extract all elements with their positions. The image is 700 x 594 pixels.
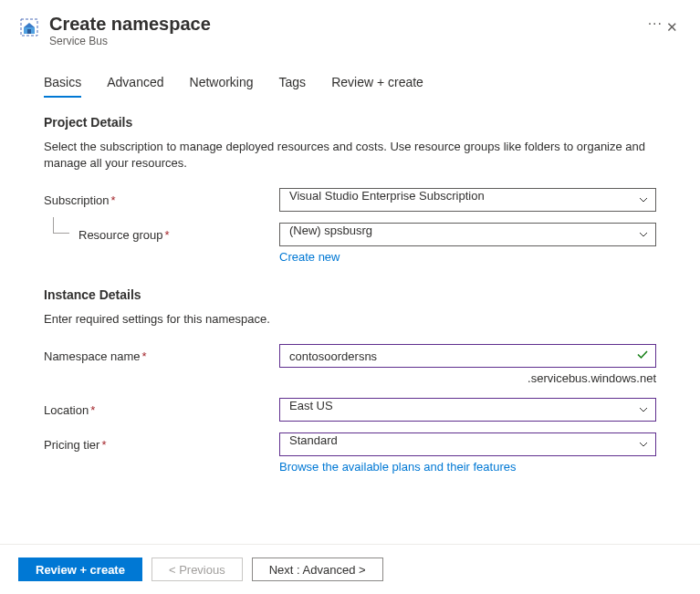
- namespace-suffix: .servicebus.windows.net: [279, 371, 656, 385]
- required-indicator: *: [165, 228, 170, 242]
- tab-tags[interactable]: Tags: [279, 75, 307, 97]
- resource-group-label: Resource group*: [44, 223, 279, 242]
- required-indicator: *: [101, 438, 106, 452]
- namespace-name-label-text: Namespace name: [44, 349, 141, 363]
- subscription-label: Subscription*: [44, 188, 279, 207]
- required-indicator: *: [90, 403, 95, 417]
- location-select[interactable]: East US: [279, 398, 656, 422]
- subscription-select[interactable]: Visual Studio Enterprise Subscription: [279, 188, 656, 212]
- service-bus-icon: [18, 16, 40, 38]
- pricing-tier-select-value: Standard: [279, 432, 656, 456]
- required-indicator: *: [142, 349, 147, 363]
- resource-group-select[interactable]: (New) spsbusrg: [279, 223, 656, 246]
- required-indicator: *: [111, 193, 116, 207]
- namespace-name-row: Namespace name* .servicebus.windows.net: [44, 344, 656, 385]
- pricing-tier-label: Pricing tier*: [44, 432, 279, 452]
- svg-rect-3: [27, 29, 31, 34]
- subscription-label-text: Subscription: [44, 193, 110, 207]
- namespace-name-input[interactable]: [279, 344, 656, 368]
- instance-details-description: Enter required settings for this namespa…: [44, 311, 656, 328]
- tab-advanced[interactable]: Advanced: [107, 75, 163, 97]
- pricing-tier-label-text: Pricing tier: [44, 438, 99, 452]
- close-button[interactable]: ✕: [663, 13, 682, 42]
- svg-marker-2: [24, 23, 35, 27]
- pricing-tier-row: Pricing tier* Standard Browse the availa…: [44, 432, 656, 474]
- tree-connector-icon: [53, 217, 69, 234]
- more-options-button[interactable]: ···: [648, 13, 663, 35]
- instance-details-heading: Instance Details: [44, 287, 656, 302]
- subscription-row: Subscription* Visual Studio Enterprise S…: [44, 188, 656, 212]
- footer-bar: Review + create < Previous Next : Advanc…: [0, 544, 700, 594]
- tab-basics[interactable]: Basics: [44, 75, 81, 97]
- create-new-link[interactable]: Create new: [279, 250, 340, 264]
- location-select-value: East US: [279, 398, 656, 422]
- location-row: Location* East US: [44, 398, 656, 422]
- tab-bar: Basics Advanced Networking Tags Review +…: [0, 55, 700, 97]
- project-details-heading: Project Details: [44, 115, 656, 130]
- resource-group-label-text: Resource group: [78, 228, 163, 242]
- pricing-tier-select[interactable]: Standard: [279, 432, 656, 456]
- page-title: Create namespace: [49, 13, 630, 35]
- next-button[interactable]: Next : Advanced >: [252, 558, 383, 581]
- browse-plans-link[interactable]: Browse the available plans and their fea…: [279, 460, 516, 474]
- resource-group-select-value: (New) spsbusrg: [279, 223, 656, 246]
- project-details-description: Select the subscription to manage deploy…: [44, 139, 656, 172]
- page-subtitle: Service Bus: [49, 35, 630, 47]
- page-header: Create namespace Service Bus ··· ✕: [0, 0, 700, 55]
- namespace-name-label: Namespace name*: [44, 344, 279, 363]
- location-label: Location*: [44, 398, 279, 417]
- previous-button: < Previous: [151, 558, 243, 581]
- location-label-text: Location: [44, 403, 89, 417]
- tab-review-create[interactable]: Review + create: [331, 75, 423, 97]
- tab-networking[interactable]: Networking: [190, 75, 254, 97]
- subscription-select-value: Visual Studio Enterprise Subscription: [279, 188, 656, 212]
- content-area: Project Details Select the subscription …: [0, 97, 700, 474]
- resource-group-row: Resource group* (New) spsbusrg Create ne…: [44, 223, 656, 264]
- review-create-button[interactable]: Review + create: [18, 558, 142, 581]
